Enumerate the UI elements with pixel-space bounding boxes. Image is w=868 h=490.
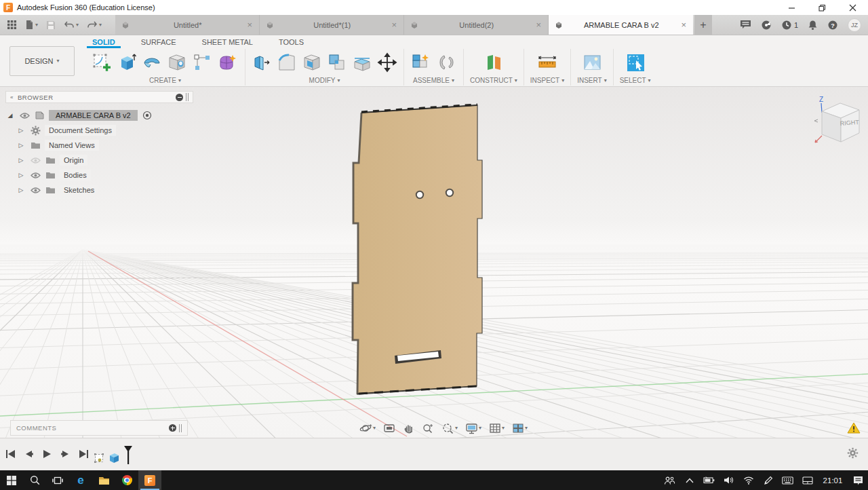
- activate-radio-icon[interactable]: [142, 110, 153, 121]
- zoom-button[interactable]: [420, 421, 436, 436]
- warning-icon[interactable]: [847, 422, 861, 435]
- browser-item-document-settings[interactable]: ▷ Document Settings: [5, 123, 193, 138]
- expand-arrow-icon[interactable]: ▷: [16, 127, 26, 134]
- root-component-label[interactable]: ARMABLE CARA B v2: [49, 110, 138, 121]
- joint-button[interactable]: [437, 52, 457, 73]
- touch-keyboard-icon[interactable]: [778, 470, 797, 490]
- measure-button[interactable]: [536, 52, 558, 73]
- action-center-icon[interactable]: [848, 470, 868, 490]
- new-component-button[interactable]: [410, 52, 432, 73]
- task-view-button[interactable]: [46, 470, 69, 490]
- data-panel-button[interactable]: [4, 18, 20, 31]
- construct-plane-button[interactable]: [484, 52, 504, 73]
- add-comment-icon[interactable]: [169, 424, 176, 432]
- file-menu-button[interactable]: ▾: [22, 18, 41, 31]
- browser-header[interactable]: « BROWSER: [5, 91, 193, 103]
- fillet-button[interactable]: [277, 52, 297, 73]
- tab-armable-cara-b-v2[interactable]: ARMABLE CARA B v2 ×: [549, 15, 693, 35]
- select-group-label[interactable]: SELECT▾: [620, 77, 651, 84]
- collapse-panel-icon[interactable]: «: [10, 94, 14, 100]
- move-copy-button[interactable]: [377, 52, 397, 73]
- close-tab-icon[interactable]: ×: [534, 20, 542, 30]
- close-tab-icon[interactable]: ×: [245, 20, 254, 30]
- touchpad-icon[interactable]: [797, 470, 817, 490]
- extrude-button[interactable]: [117, 52, 137, 73]
- tray-expand-chevron-icon[interactable]: [679, 470, 699, 490]
- split-body-button[interactable]: [352, 52, 372, 73]
- visibility-off-eye-icon[interactable]: [30, 155, 41, 166]
- create-form-button[interactable]: [217, 52, 239, 73]
- browser-minimize-icon[interactable]: [176, 94, 183, 101]
- help-button[interactable]: ?: [827, 20, 838, 31]
- browser-item-label[interactable]: Bodies: [60, 170, 91, 181]
- user-avatar[interactable]: JZ: [848, 18, 861, 32]
- comments-drag-handle[interactable]: [179, 424, 182, 432]
- fusion-360-taskbar-icon[interactable]: F: [138, 470, 161, 490]
- sketch-feature-icon[interactable]: [94, 453, 105, 466]
- battery-icon[interactable]: [699, 470, 719, 490]
- insert-group-label[interactable]: INSERT▾: [577, 77, 607, 84]
- insert-image-button[interactable]: [582, 52, 602, 73]
- inspect-group-label[interactable]: INSPECT▾: [530, 77, 564, 84]
- construct-group-label[interactable]: CONSTRUCT▾: [470, 77, 517, 84]
- play-button[interactable]: [41, 447, 53, 461]
- combine-button[interactable]: [327, 52, 347, 73]
- extrude-feature-icon[interactable]: [108, 451, 121, 466]
- board-hole-left[interactable]: [416, 191, 423, 198]
- notifications-bell-button[interactable]: [808, 20, 818, 31]
- browser-drag-handle[interactable]: [186, 93, 189, 101]
- edge-browser-icon[interactable]: e: [69, 470, 92, 490]
- browser-item-label[interactable]: Sketches: [60, 185, 98, 195]
- browser-item-bodies[interactable]: ▷ Bodies: [5, 168, 193, 183]
- browser-item-label[interactable]: Document Settings: [45, 125, 116, 136]
- step-forward-button[interactable]: [59, 447, 71, 461]
- comments-panel-button[interactable]: [740, 20, 751, 30]
- extensions-icon[interactable]: [761, 20, 772, 31]
- display-settings-button[interactable]: ▾: [463, 421, 484, 436]
- people-icon[interactable]: [660, 470, 679, 490]
- shell-button[interactable]: [302, 52, 322, 73]
- search-button[interactable]: [23, 470, 46, 490]
- rectangular-pattern-button[interactable]: [192, 52, 212, 73]
- modify-group-label[interactable]: MODIFY▾: [309, 77, 340, 84]
- collapse-arrow-icon[interactable]: ◢: [5, 112, 15, 119]
- viewcube-rotate-arrow-icon[interactable]: [814, 119, 818, 122]
- go-to-start-button[interactable]: [4, 447, 16, 461]
- save-button[interactable]: [43, 19, 58, 31]
- timeline-playhead[interactable]: [123, 446, 133, 466]
- file-explorer-icon[interactable]: [92, 470, 115, 490]
- tab-tools[interactable]: TOOLS: [277, 38, 305, 46]
- pan-button[interactable]: [401, 421, 416, 436]
- close-window-button[interactable]: [837, 0, 868, 15]
- visibility-eye-icon[interactable]: [30, 170, 41, 181]
- grid-snap-button[interactable]: ▾: [487, 421, 507, 435]
- board-hole-right[interactable]: [446, 189, 453, 196]
- create-group-label[interactable]: CREATE▾: [149, 77, 181, 84]
- close-tab-icon[interactable]: ×: [679, 20, 688, 30]
- tab-surface[interactable]: SURFACE: [140, 38, 178, 46]
- expand-arrow-icon[interactable]: ▷: [16, 142, 26, 149]
- browser-item-origin[interactable]: ▷ Origin: [5, 153, 193, 168]
- taskbar-clock[interactable]: 21:01: [817, 470, 848, 490]
- comments-bar[interactable]: COMMENTS: [10, 420, 188, 436]
- 3d-viewport[interactable]: Z RIGHT « BROWSER ◢: [0, 87, 868, 438]
- start-button[interactable]: [0, 470, 23, 490]
- maximize-button[interactable]: [807, 0, 837, 15]
- tab-sheet-metal[interactable]: SHEET METAL: [201, 38, 254, 46]
- assemble-group-label[interactable]: ASSEMBLE▾: [413, 77, 454, 84]
- expand-arrow-icon[interactable]: ▷: [16, 172, 26, 178]
- browser-item-named-views[interactable]: ▷ Named Views: [5, 138, 193, 153]
- browser-item-sketches[interactable]: ▷ Sketches: [5, 183, 193, 197]
- tab-untitled-1[interactable]: Untitled*(1) ×: [260, 15, 404, 35]
- go-to-end-button[interactable]: [77, 447, 90, 461]
- visibility-eye-icon[interactable]: [19, 110, 30, 121]
- viewports-button[interactable]: ▾: [510, 421, 530, 435]
- viewcube-face-label[interactable]: RIGHT: [840, 119, 859, 127]
- zoom-window-button[interactable]: ▾: [439, 421, 460, 436]
- chrome-icon[interactable]: [115, 470, 138, 490]
- create-sketch-button[interactable]: [92, 52, 112, 73]
- workspace-selector[interactable]: DESIGN ▾: [9, 46, 75, 76]
- tab-untitled[interactable]: Untitled* ×: [115, 15, 260, 35]
- expand-arrow-icon[interactable]: ▷: [16, 157, 26, 164]
- windows-ink-pen-icon[interactable]: [758, 470, 778, 490]
